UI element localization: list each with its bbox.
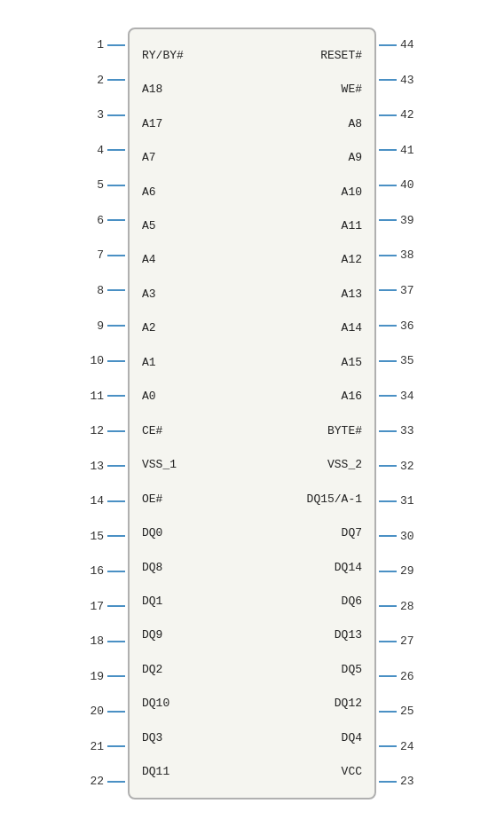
pin-number: 32 [400, 460, 425, 473]
left-pin-row: 14 [79, 484, 125, 518]
left-pin-label: A5 [142, 209, 248, 242]
pin-line [107, 255, 125, 256]
left-pin-label: DQ10 [142, 687, 248, 721]
right-pin-label: VSS_2 [327, 448, 362, 482]
pin-line [107, 430, 125, 432]
right-pin-label: A9 [348, 141, 362, 175]
pin-number: 28 [400, 600, 425, 613]
right-pin-label: A16 [342, 380, 362, 414]
pin-line [379, 605, 397, 607]
pin-line [107, 675, 125, 677]
pin-number: 36 [400, 319, 425, 333]
right-pin-row: 36 [379, 309, 425, 343]
left-pin-row: 21 [79, 729, 125, 763]
pin-line [107, 149, 125, 151]
pin-line [379, 79, 397, 81]
pin-number: 24 [400, 740, 425, 753]
left-pin-label: DQ3 [142, 721, 248, 754]
right-pin-row: 26 [379, 659, 425, 693]
pin-line [107, 500, 125, 502]
pin-line [107, 185, 125, 186]
pin-line [379, 255, 397, 256]
pin-line [379, 185, 397, 186]
right-pin-row: 44 [379, 28, 425, 62]
right-pin-label: DQ14 [335, 550, 362, 584]
pin-line [107, 641, 125, 642]
left-pin-row: 1 [79, 28, 125, 62]
left-pin-row: 22 [79, 765, 125, 799]
left-pin-label: A17 [142, 106, 248, 140]
left-pin-row: 2 [79, 63, 125, 97]
left-pin-label: DQ1 [142, 584, 248, 618]
right-pin-label: A15 [342, 345, 362, 379]
pin-number: 5 [79, 178, 104, 192]
left-pin-label: A1 [142, 345, 248, 379]
left-pin-label: VSS_1 [142, 448, 248, 482]
pin-number: 44 [400, 38, 425, 51]
left-pin-label: DQ11 [142, 755, 248, 789]
pin-line [107, 465, 125, 467]
right-pin-row: 43 [379, 63, 425, 97]
left-pin-row: 13 [79, 449, 125, 483]
right-pin-label: WE# [342, 73, 362, 106]
left-pin-row: 15 [79, 519, 125, 553]
pin-number: 12 [79, 424, 104, 437]
pin-number: 42 [400, 108, 425, 122]
pin-number: 23 [400, 775, 425, 788]
pin-line [107, 289, 125, 291]
right-pin-label: DQ7 [342, 516, 362, 550]
left-pin-row: 10 [79, 344, 125, 378]
pin-line [379, 711, 397, 713]
left-pin-label: A3 [142, 277, 248, 311]
pin-number: 27 [400, 634, 425, 648]
right-pin-row: 38 [379, 239, 425, 272]
right-pin-label: DQ15/A-1 [307, 482, 362, 516]
pin-line [379, 395, 397, 397]
pin-number: 14 [79, 494, 104, 508]
right-pin-row: 35 [379, 344, 425, 378]
pin-line [107, 114, 125, 116]
pin-number: 20 [79, 705, 104, 718]
pin-number: 26 [400, 670, 425, 683]
pin-line [379, 745, 397, 747]
right-pin-row: 28 [379, 589, 425, 623]
right-pin-label: DQ5 [342, 652, 362, 686]
right-pin-row: 27 [379, 625, 425, 658]
pin-line [107, 571, 125, 572]
pin-number: 39 [400, 214, 425, 227]
left-pin-label: DQ2 [142, 652, 248, 686]
pin-line [379, 465, 397, 467]
left-pin-label: A6 [142, 175, 248, 209]
pin-line [379, 641, 397, 642]
right-pin-row: 40 [379, 169, 425, 202]
left-pin-label: A18 [142, 73, 248, 106]
right-pin-label: A10 [342, 175, 362, 209]
pin-number: 22 [79, 775, 104, 788]
pin-line [379, 149, 397, 151]
chip-container: 12345678910111213141516171819202122 RY/B… [9, 9, 495, 818]
pin-line [107, 360, 125, 362]
left-pin-label: OE# [142, 482, 248, 516]
pin-line [379, 114, 397, 116]
pin-number: 25 [400, 705, 425, 718]
pin-number: 21 [79, 740, 104, 753]
right-pin-label: A13 [342, 277, 362, 311]
left-pin-row: 20 [79, 695, 125, 729]
pin-number: 10 [79, 354, 104, 367]
pin-line [379, 219, 397, 221]
right-pin-label: A14 [342, 311, 362, 345]
right-pin-row: 34 [379, 379, 425, 413]
pin-line [379, 430, 397, 432]
right-pin-row: 32 [379, 449, 425, 483]
pin-line [379, 325, 397, 327]
pin-number: 30 [400, 530, 425, 543]
right-pin-row: 25 [379, 695, 425, 729]
pin-number: 29 [400, 564, 425, 578]
pin-number: 19 [79, 670, 104, 683]
left-pin-label: RY/BY# [142, 38, 248, 72]
pin-line [379, 675, 397, 677]
pin-number: 8 [79, 284, 104, 297]
pin-line [107, 745, 125, 747]
left-pin-row: 8 [79, 273, 125, 307]
left-pin-label: DQ8 [142, 550, 248, 584]
